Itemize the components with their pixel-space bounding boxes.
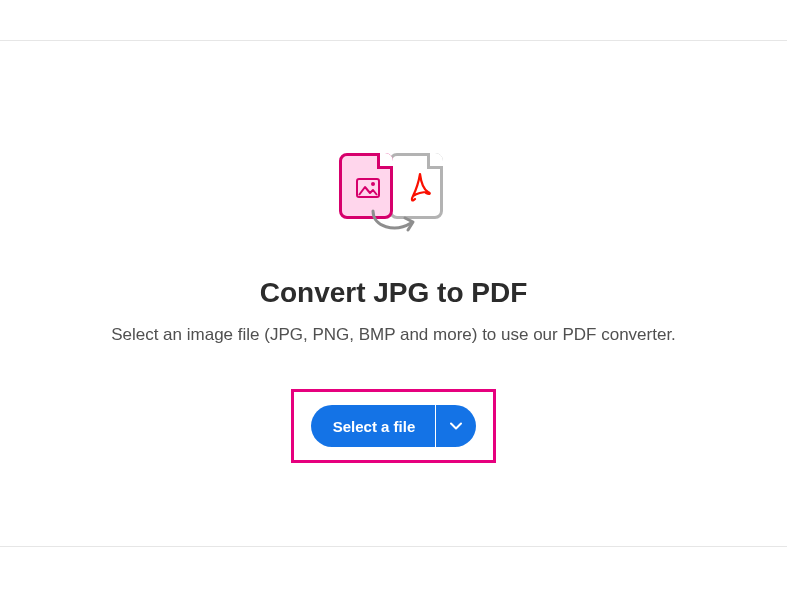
select-file-button-group: Select a file [311,405,477,447]
chevron-down-icon [450,422,462,430]
button-divider [435,412,436,440]
svg-point-1 [371,182,375,186]
main-content: Convert JPG to PDF Select an image file … [0,41,787,545]
convert-arrow-icon [365,205,421,237]
select-file-dropdown-button[interactable] [436,405,476,447]
page-subtitle: Select an image file (JPG, PNG, BMP and … [111,325,676,345]
image-icon [356,178,380,198]
convert-illustration [339,153,449,243]
bottom-divider [0,546,787,547]
select-file-button[interactable]: Select a file [311,405,436,447]
acrobat-icon [409,172,431,204]
tutorial-highlight: Select a file [291,389,497,463]
page-title: Convert JPG to PDF [260,277,528,309]
